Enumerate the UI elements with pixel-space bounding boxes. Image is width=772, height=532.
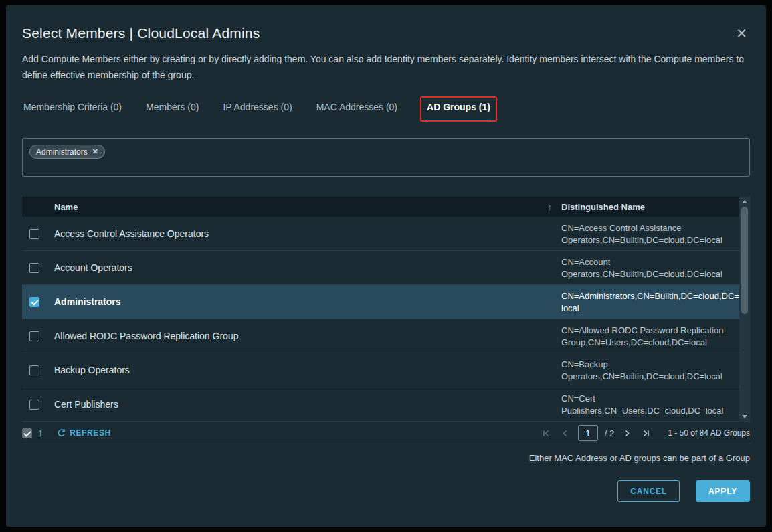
row-checkbox[interactable]	[29, 365, 39, 375]
scrollbar-thumb[interactable]	[741, 207, 748, 314]
tab-ip-addresses[interactable]: IP Addresses (0)	[221, 99, 293, 122]
table-row[interactable]: Backup Operators CN=Backup Operators,CN=…	[22, 353, 739, 387]
row-checkbox[interactable]	[29, 263, 39, 273]
chip-remove-icon[interactable]: ✕	[92, 147, 98, 156]
apply-button[interactable]: APPLY	[696, 480, 750, 502]
table-header-row: Name ↑ Distinguished Name	[22, 197, 739, 217]
selected-groups-field[interactable]: Administrators ✕	[22, 138, 750, 177]
previous-page-icon[interactable]	[559, 427, 571, 439]
sort-ascending-icon[interactable]: ↑	[548, 202, 553, 212]
column-label-dn: Distinguished Name	[561, 202, 645, 212]
table-grid: Name ↑ Distinguished Name Access Control…	[22, 197, 739, 422]
row-name: Backup Operators	[54, 365, 130, 375]
action-buttons: CANCEL APPLY	[22, 480, 750, 502]
ad-groups-table: Name ↑ Distinguished Name Access Control…	[22, 197, 750, 422]
row-checkbox[interactable]	[29, 229, 39, 239]
row-checkbox[interactable]	[29, 400, 39, 410]
dialog-description: Add Compute Members either by creating o…	[22, 51, 750, 83]
row-distinguished-name: CN=Allowed RODC Password Replication Gro…	[561, 325, 723, 347]
refresh-label: REFRESH	[70, 428, 111, 438]
row-distinguished-name: CN=Account Operators,CN=Builtin,DC=cloud…	[561, 257, 727, 279]
selection-summary: 1 REFRESH	[22, 428, 111, 438]
tab-mac-addresses[interactable]: MAC Addresses (0)	[315, 99, 399, 122]
row-distinguished-name: CN=Administrators,CN=Builtin,DC=cloud,DC…	[561, 291, 739, 313]
refresh-icon	[57, 428, 66, 438]
row-name: Access Control Assistance Operators	[54, 228, 209, 239]
chip-label: Administrators	[36, 147, 88, 157]
table-row[interactable]: Access Control Assistance Operators CN=A…	[22, 217, 739, 251]
row-name: Cert Publishers	[54, 399, 118, 410]
selected-count: 1	[38, 428, 43, 438]
row-name: Allowed RODC Password Replication Group	[54, 331, 238, 341]
row-distinguished-name: CN=Cert Publishers,CN=Users,DC=cloud,DC=…	[561, 393, 727, 416]
header-cell-name[interactable]: Name ↑	[54, 202, 561, 212]
page-title: Select Members | CloudLocal Admins	[22, 25, 260, 41]
close-icon[interactable]: ✕	[733, 25, 750, 41]
row-checkbox[interactable]	[29, 331, 39, 341]
next-page-icon[interactable]	[621, 427, 633, 439]
tab-ad-groups[interactable]: AD Groups (1)	[425, 99, 492, 122]
tab-members[interactable]: Members (0)	[144, 99, 200, 122]
row-checkbox[interactable]	[29, 297, 39, 307]
scroll-down-icon[interactable]	[742, 415, 747, 418]
page-total: / 2	[605, 428, 614, 438]
last-page-icon[interactable]	[640, 427, 652, 439]
row-distinguished-name: CN=Backup Operators,CN=Builtin,DC=cloud,…	[561, 359, 727, 381]
table-row[interactable]: Allowed RODC Password Replication Group …	[22, 319, 739, 353]
row-distinguished-name: CN=Access Control Assistance Operators,C…	[561, 223, 727, 245]
column-label-name: Name	[54, 202, 78, 212]
table-row[interactable]: Administrators CN=Administrators,CN=Buil…	[22, 285, 739, 319]
scroll-up-icon[interactable]	[742, 200, 747, 203]
select-members-dialog: Select Members | CloudLocal Admins ✕ Add…	[6, 5, 766, 527]
selected-indicator-checkbox[interactable]	[22, 428, 32, 438]
page-number-input[interactable]	[578, 425, 598, 441]
refresh-button[interactable]: REFRESH	[57, 428, 111, 438]
pagination: / 2 1 - 50 of 84 AD Groups	[541, 425, 750, 441]
table-scrollbar[interactable]	[739, 197, 750, 422]
chip-administrators[interactable]: Administrators ✕	[29, 145, 105, 159]
header-cell-distinguished-name: Distinguished Name	[561, 202, 739, 212]
tab-bar: Membership Criteria (0) Members (0) IP A…	[22, 99, 750, 122]
table-row[interactable]: Account Operators CN=Account Operators,C…	[22, 251, 739, 285]
tab-membership-criteria[interactable]: Membership Criteria (0)	[22, 99, 123, 122]
footer-note: Either MAC Address or AD groups can be p…	[22, 453, 750, 463]
table-footer: 1 REFRESH / 2	[22, 422, 750, 444]
table-row[interactable]: Cert Publishers CN=Cert Publishers,CN=Us…	[22, 387, 739, 422]
first-page-icon[interactable]	[541, 427, 553, 439]
dialog-header: Select Members | CloudLocal Admins ✕	[22, 5, 750, 41]
cancel-button[interactable]: CANCEL	[617, 480, 680, 502]
pagination-range-label: 1 - 50 of 84 AD Groups	[668, 428, 750, 438]
row-name: Account Operators	[54, 262, 132, 273]
row-name: Administrators	[54, 296, 121, 307]
